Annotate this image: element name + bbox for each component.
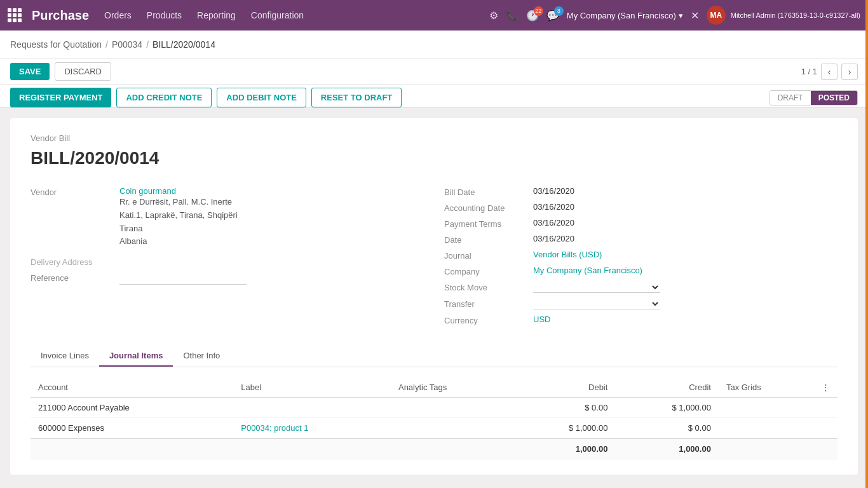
status-pills: DRAFT POSTED <box>770 90 858 105</box>
cell-account-0: 211000 Account Payable <box>31 398 233 418</box>
chat-icon[interactable]: 💬 3 <box>546 10 559 22</box>
add-debit-note-button[interactable]: ADD DEBIT NOTE <box>217 88 306 107</box>
breadcrumb-sep-1: / <box>105 39 108 50</box>
stock-move-select[interactable] <box>533 281 660 293</box>
accounting-date-label: Accounting Date <box>444 202 533 213</box>
tab-other-info[interactable]: Other Info <box>173 346 230 367</box>
vendor-address: Rr. e Durrësit, Pall. M.C. Inerte Kati.1… <box>119 196 424 248</box>
company-selector[interactable]: My Company (San Francisco) ▾ <box>567 11 683 20</box>
stock-move-field: Stock Move <box>444 281 837 293</box>
breadcrumb-sep-2: / <box>146 39 149 50</box>
vendor-address-line4: Albania <box>119 235 424 248</box>
status-draft[interactable]: DRAFT <box>770 91 811 105</box>
document-type: Vendor Bill <box>31 133 837 143</box>
settings-icon[interactable]: ⚙ <box>489 10 498 22</box>
currency-field: Currency USD <box>444 315 837 325</box>
transfer-field: Transfer <box>444 298 837 309</box>
total-empty-analytic <box>391 438 512 459</box>
breadcrumb-current: BILL/2020/0014 <box>153 39 215 50</box>
save-button[interactable]: SAVE <box>10 63 50 80</box>
phone-icon[interactable]: 📞 <box>506 10 519 22</box>
prev-record-button[interactable]: ‹ <box>821 64 837 80</box>
user-menu[interactable]: MA Mitchell Admin (1763519-13-0-c91327-a… <box>707 6 860 25</box>
table-row[interactable]: 211000 Account Payable $ 0.00 $ 1,000.00 <box>31 398 837 418</box>
form-right: Bill Date 03/16/2020 Accounting Date 03/… <box>444 186 837 330</box>
tabs: Invoice Lines Journal Items Other Info <box>31 346 837 367</box>
next-record-button[interactable]: › <box>841 64 858 80</box>
workflow-bar: REGISTER PAYMENT ADD CREDIT NOTE ADD DEB… <box>0 85 868 108</box>
payment-terms-label: Payment Terms <box>444 218 533 229</box>
chat-badge: 3 <box>554 6 564 16</box>
cell-label-1: P00034: product 1 <box>233 418 391 439</box>
tab-journal-items[interactable]: Journal Items <box>99 346 173 367</box>
cell-label-0 <box>233 398 391 418</box>
total-debit: 1,000.00 <box>512 438 616 459</box>
vendor-address-line2: Kati.1, Laprakë, Tirana, Shqipëri <box>119 209 424 222</box>
vendor-value: Coin gourmand Rr. e Durrësit, Pall. M.C.… <box>119 186 424 248</box>
cell-credit-0: $ 1,000.00 <box>615 398 719 418</box>
journal-label: Journal <box>444 250 533 261</box>
bill-date-value: 03/16/2020 <box>533 186 837 196</box>
register-payment-button[interactable]: REGISTER PAYMENT <box>10 88 111 107</box>
cell-analytic-1 <box>391 418 512 439</box>
journal-value[interactable]: Vendor Bills (USD) <box>533 250 837 259</box>
breadcrumb-rfq[interactable]: Requests for Quotation <box>10 39 102 50</box>
form-left: Vendor Coin gourmand Rr. e Durrësit, Pal… <box>31 186 424 330</box>
reset-to-draft-button[interactable]: RESET TO DRAFT <box>311 88 402 107</box>
main-content: Vendor Bill BILL/2020/0014 Vendor Coin g… <box>0 108 868 482</box>
add-credit-note-button[interactable]: ADD CREDIT NOTE <box>116 88 212 107</box>
cell-account-1: 600000 Expenses <box>31 418 233 439</box>
stock-move-label: Stock Move <box>444 281 533 292</box>
breadcrumb: Requests for Quotation / P00034 / BILL/2… <box>10 39 215 50</box>
close-icon[interactable]: ✕ <box>691 10 699 22</box>
discard-button[interactable]: DISCARD <box>55 62 111 81</box>
reference-label: Reference <box>31 272 119 283</box>
date-value: 03/16/2020 <box>533 234 837 243</box>
app-menu-button[interactable] <box>8 8 22 22</box>
breadcrumb-po[interactable]: P00034 <box>112 39 142 50</box>
table-row[interactable]: 600000 Expenses P00034: product 1 $ 1,00… <box>31 418 837 439</box>
cell-tax-1 <box>719 418 814 439</box>
cell-tax-0 <box>719 398 814 418</box>
total-empty-more <box>814 438 837 459</box>
clock-badge: 22 <box>534 6 543 16</box>
breadcrumb-bar: Requests for Quotation / P00034 / BILL/2… <box>0 30 868 58</box>
menu-orders[interactable]: Orders <box>104 10 132 20</box>
total-credit: 1,000.00 <box>615 438 719 459</box>
table-header-row: Account Label Analytic Tags Debit Credit… <box>31 377 837 398</box>
currency-label: Currency <box>444 315 533 325</box>
top-navigation: Purchase Orders Products Reporting Confi… <box>0 0 868 30</box>
accounting-date-field: Accounting Date 03/16/2020 <box>444 202 837 213</box>
menu-configuration[interactable]: Configuration <box>251 10 304 20</box>
reference-input[interactable] <box>119 272 247 285</box>
menu-reporting[interactable]: Reporting <box>197 10 236 20</box>
payment-terms-field: Payment Terms 03/16/2020 <box>444 218 837 229</box>
pagination-text: 1 / 1 <box>801 67 817 76</box>
vendor-address-line1: Rr. e Durrësit, Pall. M.C. Inerte <box>119 196 424 209</box>
company-label: Company <box>444 266 533 276</box>
total-empty-label <box>233 438 391 459</box>
total-empty-account <box>31 438 233 459</box>
form-main-row: Vendor Coin gourmand Rr. e Durrësit, Pal… <box>31 186 837 330</box>
main-menu: Orders Products Reporting Configuration <box>104 10 304 20</box>
document-number: BILL/2020/0014 <box>31 148 837 168</box>
accounting-date-value: 03/16/2020 <box>533 202 837 212</box>
transfer-select[interactable] <box>533 298 660 309</box>
delivery-address-field: Delivery Address <box>31 256 424 267</box>
menu-products[interactable]: Products <box>147 10 182 20</box>
vendor-label: Vendor <box>31 186 119 197</box>
clock-icon[interactable]: 🕐 22 <box>526 10 539 22</box>
vendor-name-link[interactable]: Coin gourmand <box>119 186 424 196</box>
cell-more-1 <box>814 418 837 439</box>
company-value[interactable]: My Company (San Francisco) <box>533 266 837 275</box>
col-more-options[interactable]: ⋮ <box>814 377 837 398</box>
total-empty-tax <box>719 438 814 459</box>
currency-value[interactable]: USD <box>533 315 837 324</box>
col-tax-grids: Tax Grids <box>719 377 814 398</box>
tab-invoice-lines[interactable]: Invoice Lines <box>31 346 99 367</box>
col-credit: Credit <box>615 377 719 398</box>
status-posted[interactable]: POSTED <box>811 91 857 105</box>
company-field: Company My Company (San Francisco) <box>444 266 837 276</box>
date-label: Date <box>444 234 533 245</box>
delivery-address-label: Delivery Address <box>31 256 119 267</box>
